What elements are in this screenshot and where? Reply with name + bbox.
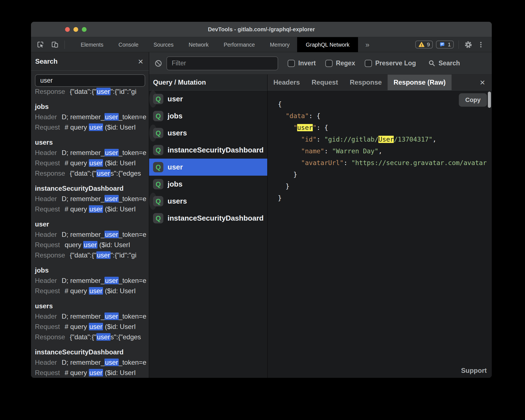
response-panel: HeadersRequestResponseResponse (Raw) × {…: [268, 75, 492, 378]
search-result-group-title[interactable]: user: [35, 220, 149, 228]
query-item-user[interactable]: Quser: [149, 159, 267, 176]
text-segment: : {: [309, 112, 321, 120]
settings-gear-icon[interactable]: [464, 40, 473, 49]
search-input[interactable]: [35, 74, 145, 87]
query-item-instancesecuritydashboard[interactable]: QinstanceSecurityDashboard: [149, 210, 267, 227]
devtools-tab-elements[interactable]: Elements: [73, 37, 111, 52]
response-tab-headers[interactable]: Headers: [268, 75, 306, 90]
devtools-tab-performance[interactable]: Performance: [216, 37, 262, 52]
support-link[interactable]: Support: [461, 367, 487, 374]
search-result-row[interactable]: HeaderD; remember_user_token=e: [35, 195, 149, 203]
clear-log-icon[interactable]: [154, 59, 162, 67]
filter-search-toggle[interactable]: Search: [428, 59, 460, 67]
checkbox-preserve-log[interactable]: Preserve Log: [365, 59, 416, 67]
query-item-jobs[interactable]: Qjobs: [149, 108, 267, 125]
text-segment: [278, 147, 301, 155]
search-result-row[interactable]: Response{"data":{"users":{"edges: [35, 333, 149, 341]
search-result-row[interactable]: HeaderD; remember_user_token=e: [35, 149, 149, 157]
search-result-row[interactable]: Request# query user ($id: UserI: [35, 287, 149, 295]
device-toolbar-icon[interactable]: [50, 40, 59, 49]
devtools-tab-network[interactable]: Network: [181, 37, 216, 52]
search-result-group-title[interactable]: jobs: [35, 102, 149, 111]
response-tab-response[interactable]: Response: [344, 75, 388, 90]
minimize-window-button[interactable]: [73, 27, 78, 32]
search-result-row[interactable]: HeaderD; remember_user_token=e: [35, 312, 149, 321]
checkbox-invert[interactable]: Invert: [288, 59, 316, 67]
checkbox-regex[interactable]: Regex: [325, 59, 355, 67]
text-segment: D; remember_: [62, 195, 104, 202]
search-result-row[interactable]: Request# query user ($id: UserI: [35, 205, 149, 213]
result-text: # query user ($id: UserI: [65, 123, 136, 132]
devtools-tab-graphql-network[interactable]: GraphQL Network: [297, 37, 358, 52]
text-segment: D; remember_: [62, 231, 104, 238]
text-segment: D; remember_: [62, 359, 104, 366]
query-item-users[interactable]: Qusers: [149, 125, 157, 142]
search-result-row[interactable]: Request# query user ($id: UserI: [35, 323, 149, 331]
response-close-wrap: ×: [480, 75, 492, 90]
search-close-icon[interactable]: ×: [138, 57, 143, 66]
result-kind-label: Response: [35, 169, 65, 178]
response-tab-response-raw[interactable]: Response (Raw): [388, 75, 452, 90]
devtools-tab-console[interactable]: Console: [111, 37, 146, 52]
kebab-menu-icon[interactable]: [476, 40, 486, 49]
query-type-badge: Q: [153, 145, 163, 155]
network-area: InvertRegexPreserve Log Search: [149, 52, 492, 378]
search-result-row[interactable]: HeaderD; remember_user_token=e: [35, 276, 149, 285]
more-tabs-button[interactable]: »: [362, 37, 373, 52]
match-highlight: User: [378, 136, 394, 143]
match-highlight: user: [96, 88, 111, 95]
zoom-window-button[interactable]: [82, 27, 87, 32]
text-segment: _token=e: [119, 195, 146, 202]
search-panel: Search × Response{"data":{"user":{"id":"…: [31, 52, 149, 378]
search-result-row[interactable]: HeaderD; remember_user_token=e: [35, 358, 149, 367]
copy-button[interactable]: Copy: [459, 93, 487, 107]
match-highlight: user: [89, 369, 103, 376]
text-segment: ":{"id":"gi: [111, 251, 137, 259]
toolbar-divider-2: [459, 40, 459, 49]
response-close-icon[interactable]: ×: [480, 78, 485, 87]
text-segment: s":{"edges: [111, 170, 141, 177]
query-item-instancesecuritydashboard[interactable]: QinstanceSecurityDashboard: [149, 142, 267, 159]
query-item-user[interactable]: Quser: [149, 90, 157, 108]
search-result-row[interactable]: Response{"data":{"user":{"id":"gi: [35, 87, 149, 96]
search-result-group-title[interactable]: instanceSecurityDashboard: [35, 184, 149, 193]
search-result-row[interactable]: Request# query user ($id: UserI: [35, 159, 149, 167]
text-segment: {"data":{": [70, 251, 96, 259]
titlebar: DevTools - gitlab.com/-/graphql-explorer: [31, 22, 492, 37]
search-result-row[interactable]: Requestquery user ($id: UserI: [35, 241, 149, 249]
text-segment: _token=e: [119, 149, 146, 156]
devtools-tab-sources[interactable]: Sources: [146, 37, 181, 52]
search-icon: [428, 59, 436, 67]
search-result-group-title[interactable]: users: [35, 302, 149, 310]
search-result-row[interactable]: Response{"data":{"user":{"id":"gi: [35, 251, 149, 259]
query-item-jobs[interactable]: Qjobs: [149, 176, 267, 193]
result-kind-label: Response: [35, 87, 65, 96]
text-segment: ($id: UserI: [103, 287, 136, 295]
text-segment: "Warren Day": [332, 147, 378, 155]
match-highlight: user: [89, 123, 103, 131]
text-segment: # query: [65, 287, 89, 295]
close-window-button[interactable]: [65, 27, 70, 32]
search-result-group-title[interactable]: instanceSecurityDashboard: [35, 348, 149, 356]
search-result-row[interactable]: HeaderD; remember_user_token=e: [35, 113, 149, 121]
search-result-row[interactable]: HeaderD; remember_user_token=e: [35, 230, 149, 239]
text-segment: D; remember_: [62, 277, 104, 284]
response-scrollbar-thumb[interactable]: [488, 92, 491, 108]
match-highlight: user: [96, 170, 111, 177]
search-result-row[interactable]: Request# query user ($id: UserI: [35, 369, 149, 377]
search-result-row[interactable]: Response{"data":{"users":{"edges: [35, 169, 149, 178]
issues-badge[interactable]: 1: [436, 40, 454, 49]
inspect-element-icon[interactable]: [35, 40, 45, 49]
search-result-row[interactable]: Request# query user ($id: UserI: [35, 123, 149, 132]
text-segment: D; remember_: [62, 149, 104, 156]
warnings-badge[interactable]: 9: [415, 40, 433, 49]
search-result-group-title[interactable]: jobs: [35, 266, 149, 275]
response-tabs-list: HeadersRequestResponseResponse (Raw): [268, 75, 452, 90]
result-text: # query user ($id: UserI: [65, 369, 136, 377]
search-result-group-title[interactable]: users: [35, 138, 149, 147]
query-item-users[interactable]: Qusers: [149, 193, 157, 210]
filter-input[interactable]: [166, 56, 278, 70]
response-tab-request[interactable]: Request: [306, 75, 344, 90]
checkbox-label: Preserve Log: [375, 59, 416, 67]
devtools-tab-memory[interactable]: Memory: [262, 37, 297, 52]
